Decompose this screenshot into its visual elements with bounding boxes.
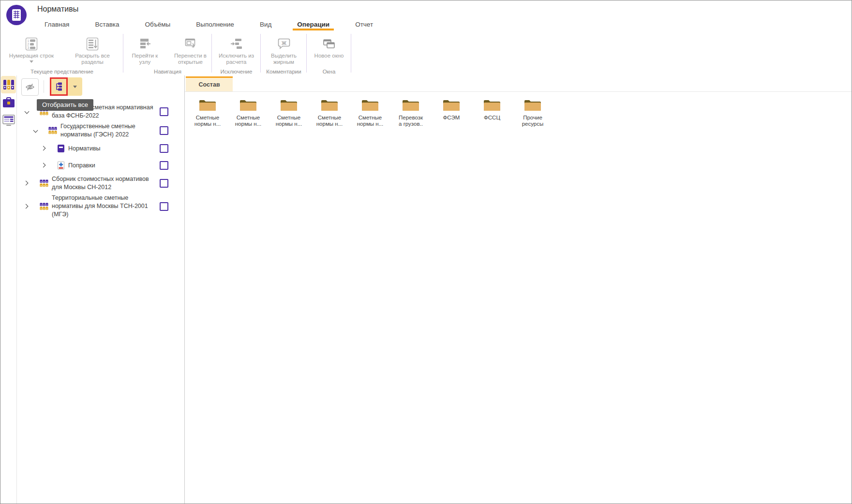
move-to-open-button[interactable]: Перенести в открытые <box>169 36 212 65</box>
chevron-right-icon[interactable] <box>24 180 30 186</box>
tab-vypolnenie[interactable]: Выполнение <box>195 18 235 31</box>
tree-row[interactable]: Территориальные сметные нормативы для Мо… <box>17 193 184 220</box>
activity-item-estimate[interactable] <box>1 112 16 129</box>
folder-item[interactable]: Сметные нормы н... <box>228 98 269 127</box>
move-to-open-label: Перенести в открытые <box>174 53 207 65</box>
activity-item-projects[interactable] <box>1 94 16 111</box>
folder-icon <box>239 98 257 112</box>
tab-vid[interactable]: Вид <box>259 18 272 31</box>
tree-row-checkbox[interactable] <box>160 107 168 116</box>
normative-base-icon <box>40 179 48 187</box>
show-structure-icon <box>54 82 64 91</box>
app-body: Отобразить все Федеральная сметная норма… <box>0 75 852 504</box>
folder-icon <box>320 98 339 112</box>
new-window-label: Новое окно <box>314 53 344 59</box>
chevron-right-icon[interactable] <box>42 146 47 151</box>
folder-icon <box>442 98 461 112</box>
folder-item[interactable]: Сметные нормы н... <box>269 98 309 127</box>
tree-row-label: Государственные сметные нормативы (ГЭСН)… <box>60 122 158 139</box>
row-numbering-icon: 1 2 3 <box>23 36 40 52</box>
folder-label: ФССЦ <box>484 115 500 121</box>
ribbon-group-current-view: 1 2 3 Нумерация строк <box>0 31 123 75</box>
svg-text:3: 3 <box>28 46 30 49</box>
tree-row-label: Поправки <box>68 162 95 170</box>
hide-button[interactable] <box>21 78 39 96</box>
go-to-node-button[interactable]: Перейти к узлу <box>124 36 166 65</box>
bold-comment-label: Выделить жирным <box>271 53 297 65</box>
tree-row-checkbox[interactable] <box>160 126 168 135</box>
folder-item[interactable]: Сметные нормы н... <box>309 98 350 127</box>
folder-label: Прочие ресурсы <box>522 115 544 127</box>
normative-base-icon <box>40 203 48 210</box>
tree-toolbar <box>17 78 184 97</box>
ribbon: 1 2 3 Нумерация строк <box>0 31 852 76</box>
folder-item[interactable]: Прочие ресурсы <box>512 98 553 127</box>
tree-row[interactable]: Сборник стоимостных нормативов для Москв… <box>17 174 184 193</box>
tree-row-label: Сборник стоимостных нормативов для Москв… <box>52 175 158 192</box>
exclude-from-calc-button[interactable]: Исключить из расчета <box>212 36 261 65</box>
tree-row-checkbox[interactable] <box>160 202 168 211</box>
folder-item[interactable]: ФССЦ <box>472 98 512 127</box>
new-window-button[interactable]: Новое окно <box>307 36 351 59</box>
document-tab-bar: Состав <box>185 76 852 92</box>
folder-label: Сметные нормы н... <box>194 115 221 127</box>
tab-sostav[interactable]: Состав <box>186 76 233 91</box>
folder-label: ФСЭМ <box>443 115 460 121</box>
tree-row-checkbox[interactable] <box>160 161 168 170</box>
ribbon-group-label: Исключение <box>212 69 261 74</box>
row-numbering-button[interactable]: 1 2 3 Нумерация строк <box>7 36 56 63</box>
folder-label: Перевозк а грузов.. <box>399 115 423 127</box>
show-all-dropdown-button[interactable] <box>68 77 82 96</box>
chevron-down-icon <box>73 86 77 88</box>
expand-all-sections-label: Раскрыть все разделы <box>75 53 110 65</box>
folder-icon <box>361 98 379 112</box>
folder-item[interactable]: ФСЭМ <box>431 98 472 127</box>
folder-item[interactable]: Сметные нормы н... <box>350 98 390 127</box>
chevron-right-icon[interactable] <box>24 204 30 209</box>
tree-row-label: Территориальные сметные нормативы для Мо… <box>52 194 158 219</box>
main-area: Состав Сметные нормы н... Сметные нормы … <box>185 75 852 504</box>
ribbon-group-windows: Новое окно Окна <box>307 31 351 75</box>
folder-item[interactable]: Перевозк а грузов.. <box>390 98 431 127</box>
page-title: Нормативы <box>37 5 78 14</box>
ribbon-group-label: Навигация <box>123 69 212 74</box>
svg-text:1: 1 <box>28 39 30 43</box>
show-all-combo <box>50 77 82 96</box>
bold-comment-icon: Ж <box>276 36 292 52</box>
folder-icon <box>523 98 542 112</box>
tab-glavnaya[interactable]: Главная <box>44 18 70 31</box>
show-all-button[interactable] <box>50 77 68 96</box>
tree-row-checkbox[interactable] <box>160 144 168 153</box>
chevron-right-icon[interactable] <box>42 163 47 168</box>
spreadsheet-logo-icon <box>6 5 27 25</box>
book-icon <box>57 144 65 153</box>
activity-item-normatives[interactable] <box>1 76 16 93</box>
tree-row[interactable]: Поправки <box>17 157 184 174</box>
ribbon-group-exclusion: Исключить из расчета Исключение <box>212 31 261 75</box>
tab-otchet[interactable]: Отчет <box>354 18 374 31</box>
folder-item[interactable]: Сметные нормы н... <box>187 98 228 127</box>
folder-icon <box>402 98 420 112</box>
tab-operacii[interactable]: Операции <box>296 18 330 31</box>
folder-label: Сметные нормы н... <box>276 115 302 127</box>
ribbon-group-label: Окна <box>307 69 351 74</box>
normative-books-icon <box>3 79 15 90</box>
chevron-down-icon[interactable] <box>33 128 39 133</box>
folder-icon <box>198 98 217 112</box>
tree-row[interactable]: Государственные сметные нормативы (ГЭСН)… <box>17 121 184 140</box>
tab-vstavka[interactable]: Вставка <box>94 18 120 31</box>
tree-panel: Отобразить все Федеральная сметная норма… <box>17 75 185 504</box>
bold-comment-button[interactable]: Ж Выделить жирным <box>261 36 307 65</box>
chevron-down-icon[interactable] <box>24 109 30 115</box>
tab-obyomy[interactable]: Объёмы <box>144 18 172 31</box>
expand-all-sections-button[interactable]: Раскрыть все разделы <box>68 36 117 65</box>
tree-row-checkbox[interactable] <box>160 179 168 188</box>
go-to-node-icon <box>137 36 153 52</box>
title-bar: Нормативы Главная Вставка Объёмы Выполне… <box>0 0 852 31</box>
tooltip: Отобразить все <box>37 99 93 111</box>
move-to-open-icon <box>182 36 199 52</box>
folder-label: Сметные нормы н... <box>235 115 261 127</box>
chevron-down-icon <box>30 60 33 63</box>
tree-row[interactable]: Нормативы <box>17 140 184 157</box>
exclude-from-calc-icon <box>228 36 245 52</box>
